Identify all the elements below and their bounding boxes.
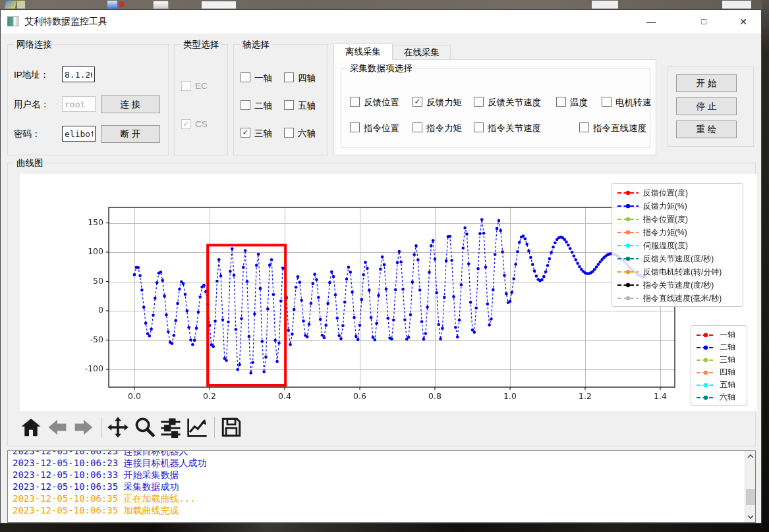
desktop-background-bottom	[0, 523, 769, 532]
log-line: 2023-12-05-10:06:35 采集数据成功	[13, 481, 742, 492]
checkbox-label: 四轴	[298, 72, 316, 84]
log-line: 2023-12-05-10:06:33 开始采集数据	[13, 469, 742, 481]
ip-address-input[interactable]	[62, 66, 95, 82]
legend-label: 指令直线速度(毫米/秒)	[643, 293, 722, 304]
legend-marker-icon	[696, 332, 716, 338]
tab-online-collect[interactable]: 在线采集	[393, 45, 451, 60]
checkbox-label: 指令位置	[364, 122, 399, 134]
desktop-background-right	[762, 0, 769, 523]
close-button[interactable]: ✕	[728, 10, 758, 34]
legend-item: 指令位置(度)	[617, 213, 738, 226]
checkbox-box	[241, 100, 250, 110]
legend-label: 五轴	[720, 379, 735, 390]
connect-button[interactable]: 连 接	[101, 95, 160, 113]
tab-offline-collect[interactable]: 离线采集	[333, 43, 393, 60]
desktop-icon-fragment	[5, 1, 17, 9]
maximize-button[interactable]: □	[689, 10, 719, 34]
legend-marker-icon	[696, 382, 716, 388]
checkbox-box: ✓	[413, 97, 422, 107]
checkbox-box	[556, 97, 566, 107]
checkbox-label: 指令直线速度	[593, 122, 646, 134]
save-icon[interactable]	[220, 416, 242, 439]
legend-label: 三轴	[720, 354, 735, 365]
desktop-icon-fragment	[107, 1, 117, 9]
checkbox-label: EC	[195, 81, 208, 91]
pan-icon[interactable]	[107, 416, 129, 439]
legend-item: 六轴	[696, 391, 742, 404]
legend-label: 四轴	[720, 367, 735, 378]
log-line: 2023-12-05-10:06:35 正在加载曲线...	[13, 492, 742, 504]
type-select-groupbox: 类型选择	[174, 44, 228, 155]
curve-plot-groupbox: 曲线图 反馈位置(度)反馈力矩(%)指令位置(度)指令力矩(%)伺服温度(度)反…	[7, 163, 756, 446]
checkbox-box	[474, 122, 484, 132]
desktop-icon-fragment	[153, 1, 169, 9]
legend-marker-icon	[696, 344, 716, 351]
log-line: 2023-12-05-10:06:35 加载曲线完成	[13, 504, 742, 516]
legend-marker-icon	[617, 190, 639, 196]
checkbox-box	[350, 97, 360, 107]
desktop-icon-fragment	[119, 1, 125, 7]
checkbox-label: 指令力矩	[426, 122, 462, 134]
log-lines: 2023-12-05-10:06:23 连接目标机器人2023-12-05-10…	[13, 450, 742, 516]
scroll-down-icon[interactable]	[745, 512, 756, 522]
checkbox-box	[602, 97, 612, 107]
log-output[interactable]: 2023-12-05-10:06:23 连接目标机器人2023-12-05-10…	[7, 450, 756, 523]
customize-axes-icon[interactable]	[186, 416, 208, 439]
legend-label: 指令关节速度(度/秒)	[643, 280, 714, 291]
subplots-config-icon[interactable]	[159, 416, 182, 439]
legend-marker-icon	[617, 255, 639, 262]
title-bar: 艾利特数据监控工具 — □ ✕	[1, 10, 761, 34]
password-label: 密码：	[14, 128, 41, 140]
checkbox-box	[284, 72, 294, 82]
app-window: 艾利特数据监控工具 — □ ✕ 网络连接 IP地址： 用户名： 连 接 密码： …	[0, 9, 762, 523]
checkbox-box	[284, 128, 294, 138]
home-icon[interactable]	[20, 416, 42, 439]
toolbar-separator	[214, 417, 215, 438]
legend-marker-icon	[696, 369, 716, 376]
axis-legend: 一轴二轴三轴四轴五轴六轴	[691, 325, 747, 406]
back-icon[interactable]	[46, 416, 69, 439]
legend-item: 伺服温度(度)	[617, 239, 738, 252]
scrollbar-thumb[interactable]	[746, 489, 755, 505]
log-scrollbar[interactable]	[745, 451, 755, 522]
legend-label: 指令力矩(%)	[643, 227, 687, 238]
checkbox-box	[413, 122, 422, 132]
checkbox-label: 五轴	[298, 100, 316, 112]
redraw-button[interactable]: 重 绘	[676, 120, 737, 138]
legend-item: 三轴	[696, 354, 742, 366]
legend-label: 二轴	[720, 342, 735, 353]
legend-label: 一轴	[720, 329, 735, 340]
checkbox-label: CS	[195, 119, 208, 129]
checkbox-label: 三轴	[254, 128, 272, 140]
zoom-icon[interactable]	[133, 416, 156, 439]
desktop-icon-label	[592, 1, 618, 9]
checkbox-label: 反馈位置	[364, 97, 399, 109]
legend-label: 指令位置(度)	[643, 214, 688, 225]
scroll-up-icon[interactable]	[745, 451, 756, 462]
legend-label: 反馈位置(度)	[643, 188, 688, 199]
legend-marker-icon	[617, 295, 639, 302]
legend-item: 反馈位置(度)	[617, 186, 738, 200]
legend-label: 反馈关节速度(度/秒)	[643, 253, 714, 265]
ip-label: IP地址：	[14, 69, 49, 81]
disconnect-button[interactable]: 断 开	[101, 125, 160, 143]
window-title: 艾利特数据监控工具	[24, 16, 107, 28]
checkbox-box: ✓	[181, 119, 191, 129]
minimize-button[interactable]: —	[636, 10, 666, 34]
checkbox-box	[181, 81, 191, 91]
legend-item: 一轴	[696, 329, 742, 341]
start-button[interactable]: 开 始	[676, 74, 737, 92]
legend-marker-icon	[617, 216, 639, 223]
series-legend: 反馈位置(度)反馈力矩(%)指令位置(度)指令力矩(%)伺服温度(度)反馈关节速…	[612, 183, 743, 307]
plot-toolbar	[20, 416, 246, 439]
stop-button[interactable]: 停 止	[676, 97, 737, 115]
legend-item: 反馈力矩(%)	[617, 200, 738, 213]
desktop-icon-label	[722, 1, 751, 9]
legend-item: 指令直线速度(毫米/秒)	[617, 292, 738, 305]
username-input[interactable]	[62, 96, 96, 112]
figure-canvas: 反馈位置(度)反馈力矩(%)指令位置(度)指令力矩(%)伺服温度(度)反馈关节速…	[20, 174, 757, 411]
checkbox-box	[474, 97, 484, 107]
password-input[interactable]	[62, 126, 96, 142]
forward-icon[interactable]	[72, 416, 95, 439]
desktop-icon-fragment	[17, 1, 25, 9]
